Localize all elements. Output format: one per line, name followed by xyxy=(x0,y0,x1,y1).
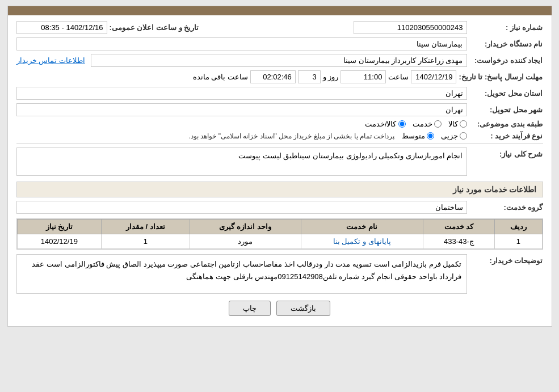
mohlat-saat-label: ساعت xyxy=(388,73,409,81)
cell-vahed: مورد xyxy=(190,234,301,249)
radio-jezii-label: جزیی xyxy=(441,132,458,140)
gorooh-label: گروه خدمت: xyxy=(469,203,543,212)
table-head: ردیف کد خدمت نام خدمت واحد اندازه گیری ت… xyxy=(17,220,542,234)
cell-tedad: 1 xyxy=(102,234,190,249)
sharh-value: انجام اموربازسازی وتکمیلی رادیولوژی بیما… xyxy=(16,147,467,176)
mohlat-saat: 11:00 xyxy=(341,70,386,83)
tarikh-value: 1402/12/16 - 08:35 xyxy=(16,21,107,34)
content-area: شماره نیاز : 1102030550000243 تاریخ و سا… xyxy=(8,15,552,326)
shomare-niaz-label: شماره نیاز : xyxy=(469,23,543,32)
cell-kod: ج-43-433 xyxy=(423,234,494,249)
ostan-label: استان محل تحویل: xyxy=(469,89,543,98)
radio-kala-input[interactable] xyxy=(460,120,467,128)
shahr-label: شهر محل تحویل: xyxy=(469,106,543,114)
services-table-container: ردیف کد خدمت نام خدمت واحد اندازه گیری ت… xyxy=(16,218,543,250)
shahr-value: تهران xyxy=(16,103,467,116)
buttons-row: بازگشت چاپ xyxy=(16,301,543,316)
ostan-value: تهران xyxy=(16,87,467,100)
radio-motavasset-label: متوسط xyxy=(402,132,425,140)
eijad-label: ایجاد کننده درخواست: xyxy=(469,56,543,65)
noe-row: نوع فرآیند خرید : جزیی متوسط پرداخت تمام… xyxy=(16,132,543,140)
shomare-niaz-row: شماره نیاز : 1102030550000243 تاریخ و سا… xyxy=(16,21,543,34)
eijad-value: مهدی زراعتکار کاربرداز بیمارستان سینا xyxy=(91,54,467,67)
sharh-row: شرح کلی نیاز: انجام اموربازسازی وتکمیلی … xyxy=(16,147,543,176)
radio-jezii-input[interactable] xyxy=(460,132,467,140)
radio-kala-khedmat: کالا/خدمت xyxy=(365,120,406,128)
tosihaat-label: توضیحات خریدار: xyxy=(469,254,543,265)
radio-kala-khedmat-label: کالا/خدمت xyxy=(365,120,397,128)
tabaqe-row: طبقه بندی موضوعی: کالا خدمت کالا/خدمت xyxy=(16,120,543,128)
radio-motavasset: متوسط xyxy=(402,132,434,140)
namdastgah-value: بیمارستان سینا xyxy=(16,37,467,50)
divider1 xyxy=(16,144,543,144)
radio-kala-label: کالا xyxy=(448,120,458,128)
namdastgah-row: نام دستگاه خریدار: بیمارستان سینا xyxy=(16,37,543,50)
radio-kala: کالا xyxy=(448,120,467,128)
khadamat-section-title: اطلاعات خدمات مورد نیاز xyxy=(16,182,543,197)
table-body: 1 ج-43-433 پایانهای و تکمیل بنا مورد 1 1… xyxy=(17,234,542,249)
noe-desc: پرداخت تمام یا بخشی از مبلغ خریداز محل "… xyxy=(189,132,395,140)
eijad-row: ایجاد کننده درخواست: مهدی زراعتکار کاربر… xyxy=(16,54,543,67)
radio-kala-khedmat-input[interactable] xyxy=(398,120,406,128)
back-button[interactable]: بازگشت xyxy=(276,301,330,316)
col-tedad: تعداد / مقدار xyxy=(102,220,190,234)
col-radif: ردیف xyxy=(495,220,542,234)
col-kod: کد خدمت xyxy=(423,220,494,234)
radio-khedmat-label: خدمت xyxy=(413,120,432,128)
radio-jezii: جزیی xyxy=(441,132,467,140)
print-button[interactable]: چاپ xyxy=(229,301,271,316)
col-tarikh: تاریخ نیاز xyxy=(17,220,102,234)
ostan-row: استان محل تحویل: تهران xyxy=(16,87,543,100)
page-title xyxy=(8,6,552,15)
mohlat-mande: 02:02:46 xyxy=(250,70,296,83)
tarikh-label: تاریخ و ساعت اعلان عمومی: xyxy=(110,23,199,32)
gorooh-value: ساختمان xyxy=(16,201,467,214)
noe-radio-group: جزیی متوسط پرداخت تمام یا بخشی از مبلغ خ… xyxy=(16,132,467,140)
col-name: نام خدمت xyxy=(301,220,423,234)
services-table: ردیف کد خدمت نام خدمت واحد اندازه گیری ت… xyxy=(17,219,543,249)
gorooh-row: گروه خدمت: ساختمان xyxy=(16,201,543,214)
namdastgah-label: نام دستگاه خریدار: xyxy=(469,40,543,48)
radio-khedmat: خدمت xyxy=(413,120,442,128)
contact-link[interactable]: اطلاعات تماس خریدار xyxy=(16,56,85,65)
mohlat-mande-label: ساعت باقی مانده xyxy=(193,73,248,81)
col-vahed: واحد اندازه گیری xyxy=(190,220,301,234)
radio-motavasset-input[interactable] xyxy=(427,132,434,140)
shahr-row: شهر محل تحویل: تهران xyxy=(16,103,543,116)
cell-radif: 1 xyxy=(495,234,542,249)
table-row: 1 ج-43-433 پایانهای و تکمیل بنا مورد 1 1… xyxy=(17,234,542,249)
mohlat-rooz: 3 xyxy=(298,70,321,83)
mohlat-date: 1402/12/19 xyxy=(411,70,456,83)
radio-khedmat-input[interactable] xyxy=(434,120,442,128)
tosihaat-value: تکمیل فرم بازیدالزامی است تسویه مدت دار … xyxy=(16,254,467,294)
mohlat-label: مهلت ارسال پاسخ: تا تاریخ: xyxy=(459,73,543,81)
cell-name: پایانهای و تکمیل بنا xyxy=(301,234,423,249)
shomare-niaz-value: 1102030550000243 xyxy=(354,21,467,34)
sharh-label: شرح کلی نیاز: xyxy=(469,147,543,158)
tosihaat-row: توضیحات خریدار: تکمیل فرم بازیدالزامی اس… xyxy=(16,254,543,294)
mohlat-row: مهلت ارسال پاسخ: تا تاریخ: 1402/12/19 سا… xyxy=(16,70,543,83)
tabaqe-radio-group: کالا خدمت کالا/خدمت xyxy=(16,120,467,128)
noe-label: نوع فرآیند خرید : xyxy=(469,132,543,140)
page-container: شماره نیاز : 1102030550000243 تاریخ و سا… xyxy=(7,6,552,327)
mohlat-rooz-label: روز و xyxy=(323,73,339,81)
cell-tarikh: 1402/12/19 xyxy=(17,234,102,249)
tabaqe-label: طبقه بندی موضوعی: xyxy=(469,120,543,128)
